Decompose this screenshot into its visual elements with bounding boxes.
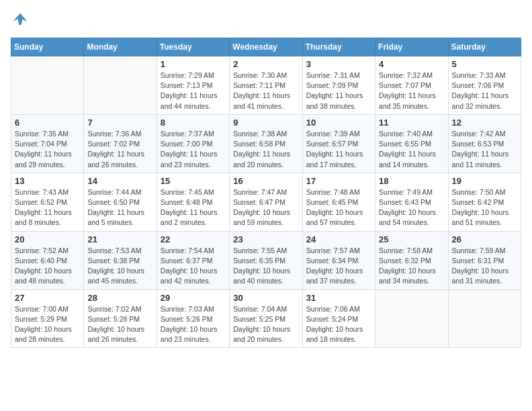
calendar-cell: 11Sunrise: 7:40 AM Sunset: 6:55 PM Dayli… [375,114,448,173]
calendar-cell: 20Sunrise: 7:52 AM Sunset: 6:40 PM Dayli… [11,231,84,289]
calendar-cell: 9Sunrise: 7:38 AM Sunset: 6:58 PM Daylig… [230,114,302,173]
calendar-cell: 31Sunrise: 7:06 AM Sunset: 5:24 PM Dayli… [302,289,375,348]
calendar-cell: 10Sunrise: 7:39 AM Sunset: 6:57 PM Dayli… [302,114,375,173]
calendar-cell: 2Sunrise: 7:30 AM Sunset: 7:11 PM Daylig… [230,56,302,115]
day-info: Sunrise: 7:44 AM Sunset: 6:50 PM Dayligh… [87,187,152,228]
day-number: 23 [233,234,298,244]
day-number: 12 [452,118,517,128]
day-info: Sunrise: 7:36 AM Sunset: 7:02 PM Dayligh… [87,129,152,170]
page-header [11,11,521,30]
day-info: Sunrise: 7:40 AM Sunset: 6:55 PM Dayligh… [379,129,444,170]
day-info: Sunrise: 7:31 AM Sunset: 7:09 PM Dayligh… [306,71,371,111]
day-info: Sunrise: 7:38 AM Sunset: 6:58 PM Dayligh… [233,129,298,170]
weekday-header-thursday: Thursday [302,38,375,56]
day-number: 27 [15,293,80,303]
calendar-cell: 7Sunrise: 7:36 AM Sunset: 7:02 PM Daylig… [84,114,157,173]
day-info: Sunrise: 7:03 AM Sunset: 5:26 PM Dayligh… [161,304,226,345]
day-number: 19 [452,176,517,186]
day-info: Sunrise: 7:33 AM Sunset: 7:06 PM Dayligh… [452,71,517,111]
day-info: Sunrise: 7:48 AM Sunset: 6:45 PM Dayligh… [306,187,371,228]
calendar-cell: 15Sunrise: 7:45 AM Sunset: 6:48 PM Dayli… [157,173,229,231]
calendar-cell [11,56,84,115]
day-number: 2 [233,59,298,69]
day-number: 21 [87,234,152,244]
day-info: Sunrise: 7:35 AM Sunset: 7:04 PM Dayligh… [15,129,80,170]
calendar-cell: 4Sunrise: 7:32 AM Sunset: 7:07 PM Daylig… [375,56,448,115]
day-number: 10 [306,118,371,128]
day-number: 29 [161,293,226,303]
calendar-cell [84,56,157,115]
calendar-cell: 17Sunrise: 7:48 AM Sunset: 6:45 PM Dayli… [302,173,375,231]
day-number: 30 [233,293,298,303]
day-number: 24 [306,234,371,244]
day-info: Sunrise: 7:42 AM Sunset: 6:53 PM Dayligh… [452,129,517,170]
calendar-cell: 14Sunrise: 7:44 AM Sunset: 6:50 PM Dayli… [84,173,157,231]
day-info: Sunrise: 7:32 AM Sunset: 7:07 PM Dayligh… [379,71,444,111]
calendar-week-5: 27Sunrise: 7:00 AM Sunset: 5:29 PM Dayli… [11,289,521,348]
calendar-cell: 29Sunrise: 7:03 AM Sunset: 5:26 PM Dayli… [157,289,229,348]
calendar-cell: 12Sunrise: 7:42 AM Sunset: 6:53 PM Dayli… [448,114,521,173]
calendar-cell [448,289,521,348]
day-number: 5 [452,59,517,69]
day-number: 20 [15,234,80,244]
calendar-cell: 27Sunrise: 7:00 AM Sunset: 5:29 PM Dayli… [11,289,84,348]
calendar-cell: 3Sunrise: 7:31 AM Sunset: 7:09 PM Daylig… [302,56,375,115]
day-number: 16 [233,176,298,186]
day-number: 13 [15,176,80,186]
day-info: Sunrise: 7:45 AM Sunset: 6:48 PM Dayligh… [161,187,226,228]
logo-icon [11,11,30,30]
day-number: 11 [379,118,444,128]
day-info: Sunrise: 7:02 AM Sunset: 5:28 PM Dayligh… [87,304,152,345]
weekday-header-friday: Friday [375,38,448,56]
calendar-cell: 28Sunrise: 7:02 AM Sunset: 5:28 PM Dayli… [84,289,157,348]
day-number: 3 [306,59,371,69]
day-info: Sunrise: 7:06 AM Sunset: 5:24 PM Dayligh… [306,304,371,345]
day-number: 1 [161,59,226,69]
day-info: Sunrise: 7:43 AM Sunset: 6:52 PM Dayligh… [15,187,80,228]
calendar-cell: 5Sunrise: 7:33 AM Sunset: 7:06 PM Daylig… [448,56,521,115]
calendar-cell: 19Sunrise: 7:50 AM Sunset: 6:42 PM Dayli… [448,173,521,231]
weekday-header-saturday: Saturday [448,38,521,56]
day-info: Sunrise: 7:53 AM Sunset: 6:38 PM Dayligh… [87,246,152,287]
day-number: 8 [161,118,226,128]
logo [11,11,32,30]
day-number: 17 [306,176,371,186]
calendar-week-1: 1Sunrise: 7:29 AM Sunset: 7:13 PM Daylig… [11,56,521,115]
day-number: 31 [306,293,371,303]
calendar-cell [375,289,448,348]
weekday-header-tuesday: Tuesday [157,38,229,56]
day-info: Sunrise: 7:49 AM Sunset: 6:43 PM Dayligh… [379,187,444,228]
day-info: Sunrise: 7:52 AM Sunset: 6:40 PM Dayligh… [15,246,80,287]
day-number: 28 [87,293,152,303]
day-info: Sunrise: 7:59 AM Sunset: 6:31 PM Dayligh… [452,246,517,287]
weekday-header-monday: Monday [84,38,157,56]
calendar-cell: 23Sunrise: 7:55 AM Sunset: 6:35 PM Dayli… [230,231,302,289]
calendar-cell: 1Sunrise: 7:29 AM Sunset: 7:13 PM Daylig… [157,56,229,115]
day-number: 22 [161,234,226,244]
calendar-cell: 6Sunrise: 7:35 AM Sunset: 7:04 PM Daylig… [11,114,84,173]
day-number: 9 [233,118,298,128]
day-info: Sunrise: 7:39 AM Sunset: 6:57 PM Dayligh… [306,129,371,170]
calendar-cell: 13Sunrise: 7:43 AM Sunset: 6:52 PM Dayli… [11,173,84,231]
calendar-cell: 18Sunrise: 7:49 AM Sunset: 6:43 PM Dayli… [375,173,448,231]
day-number: 26 [452,234,517,244]
day-info: Sunrise: 7:29 AM Sunset: 7:13 PM Dayligh… [161,71,226,111]
calendar-cell: 26Sunrise: 7:59 AM Sunset: 6:31 PM Dayli… [448,231,521,289]
day-info: Sunrise: 7:04 AM Sunset: 5:25 PM Dayligh… [233,304,298,345]
calendar-cell: 25Sunrise: 7:58 AM Sunset: 6:32 PM Dayli… [375,231,448,289]
day-number: 14 [87,176,152,186]
day-number: 15 [161,176,226,186]
calendar-cell: 16Sunrise: 7:47 AM Sunset: 6:47 PM Dayli… [230,173,302,231]
day-info: Sunrise: 7:58 AM Sunset: 6:32 PM Dayligh… [379,246,444,287]
svg-marker-0 [13,13,28,26]
day-number: 4 [379,59,444,69]
calendar-cell: 8Sunrise: 7:37 AM Sunset: 7:00 PM Daylig… [157,114,229,173]
weekday-header-wednesday: Wednesday [230,38,302,56]
calendar-cell: 30Sunrise: 7:04 AM Sunset: 5:25 PM Dayli… [230,289,302,348]
day-number: 25 [379,234,444,244]
day-info: Sunrise: 7:55 AM Sunset: 6:35 PM Dayligh… [233,246,298,287]
weekday-header-row: SundayMondayTuesdayWednesdayThursdayFrid… [11,38,521,56]
calendar-week-3: 13Sunrise: 7:43 AM Sunset: 6:52 PM Dayli… [11,173,521,231]
calendar-table: SundayMondayTuesdayWednesdayThursdayFrid… [11,38,521,348]
day-info: Sunrise: 7:30 AM Sunset: 7:11 PM Dayligh… [233,71,298,111]
